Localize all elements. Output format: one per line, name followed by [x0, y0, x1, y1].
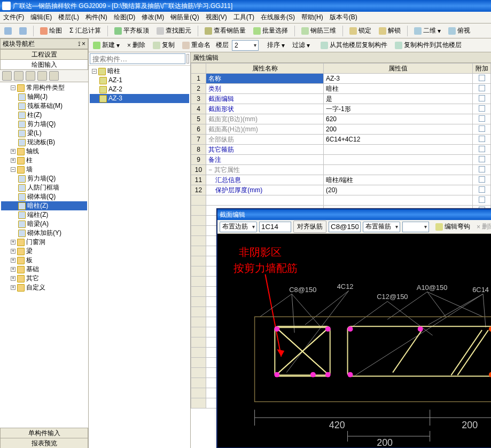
- search-icon[interactable]: [186, 54, 189, 64]
- tree-item[interactable]: 暗柱(Z): [1, 201, 87, 210]
- attach-checkbox[interactable]: [479, 115, 485, 122]
- tree-item[interactable]: 剪力墙(Q): [1, 120, 87, 129]
- tab-project-settings[interactable]: 工程设置: [0, 49, 88, 60]
- align-rebar-button[interactable]: 对齐纵筋: [293, 221, 326, 233]
- edge-rebar-button[interactable]: 布置边筋: [220, 222, 257, 232]
- tree-item[interactable]: +基础: [1, 265, 87, 274]
- property-row[interactable]: 6截面高(H边)(mm)200: [191, 124, 491, 135]
- nav-icon-1[interactable]: [2, 71, 12, 81]
- tree-item[interactable]: 暗梁(A): [1, 219, 87, 229]
- tab-draw-input[interactable]: 绘图输入: [0, 59, 88, 70]
- component-tree[interactable]: −暗柱AZ-1AZ-2AZ-3: [89, 66, 190, 448]
- tree-item[interactable]: 筏板基础(M): [1, 101, 87, 111]
- redo-button[interactable]: [17, 26, 29, 36]
- attach-checkbox[interactable]: [479, 156, 485, 162]
- copy-from-floor-button[interactable]: 从其他楼层复制构件: [318, 40, 389, 51]
- component-toolbar[interactable]: 新建 ▾ × 删除 复制 重命名 楼层 2 排序 ▾ 过滤 ▾ 从其他楼层复制构…: [89, 38, 491, 52]
- tree-item[interactable]: 剪力墙(Q): [1, 174, 87, 183]
- section-editor-window[interactable]: 截面编辑 布置边筋 对齐纵筋 布置箍筋 编辑弯钩 × 删除 标注 ⬚ 非阴影区 …: [216, 208, 491, 448]
- section-canvas[interactable]: 非阴影区 按剪力墙配筋: [217, 234, 491, 447]
- sum-calc-button[interactable]: Σ 汇总计算: [67, 25, 103, 36]
- tree-item[interactable]: 砌体加筋(Y): [1, 229, 87, 238]
- tree-item[interactable]: −常用构件类型: [1, 83, 87, 92]
- unlock-button[interactable]: 解锁: [377, 25, 403, 36]
- tree-item[interactable]: +板: [1, 256, 87, 265]
- attach-checkbox[interactable]: [479, 85, 485, 91]
- tree-item[interactable]: AZ-1: [90, 76, 189, 85]
- tree-item[interactable]: 现浇板(B): [1, 138, 87, 147]
- tree-item[interactable]: 端柱(Z): [1, 210, 87, 219]
- main-toolbar[interactable]: 绘图 Σ 汇总计算 平齐板顶 查找图元 查看钢筋量 批量选择 钢筋三维 锁定 解…: [0, 23, 491, 38]
- view-rebar-button[interactable]: 查看钢筋量: [202, 25, 248, 36]
- drawing-button[interactable]: 绘图: [38, 25, 64, 36]
- batch-select-button[interactable]: 批量选择: [251, 25, 290, 36]
- view-2d-button[interactable]: 二维 ▾: [412, 25, 443, 36]
- property-row[interactable]: 3截面编辑是: [191, 94, 491, 104]
- property-row[interactable]: 4截面形状一字-1形: [191, 104, 491, 114]
- rebar-3d-button[interactable]: 钢筋三维: [299, 25, 338, 36]
- attach-checkbox[interactable]: [479, 105, 485, 112]
- nav-icon-3[interactable]: [26, 71, 35, 81]
- attach-checkbox[interactable]: [479, 166, 485, 172]
- search-input[interactable]: [90, 53, 185, 64]
- edge-rebar-input[interactable]: [259, 222, 291, 232]
- menu-item[interactable]: 工具(T): [233, 13, 254, 22]
- rename-button[interactable]: 重命名: [180, 40, 213, 51]
- tree-item[interactable]: +门窗洞: [1, 238, 87, 247]
- tree-item[interactable]: 柱(Z): [1, 111, 87, 120]
- tree-item[interactable]: +轴线: [1, 147, 87, 156]
- property-row[interactable]: 10−其它属性: [191, 165, 491, 175]
- attach-checkbox[interactable]: [479, 176, 485, 183]
- attach-checkbox[interactable]: [479, 125, 485, 132]
- property-row[interactable]: 2类别暗柱: [191, 84, 491, 94]
- edit-hook-button[interactable]: 编辑弯钩: [433, 221, 472, 232]
- tree-item[interactable]: 砌体墙(Q): [1, 192, 87, 201]
- section-editor-title[interactable]: 截面编辑: [217, 209, 491, 220]
- undo-button[interactable]: [2, 26, 14, 36]
- tree-item[interactable]: 梁(L): [1, 129, 87, 138]
- tree-item[interactable]: AZ-2: [90, 85, 189, 94]
- property-row[interactable]: 8其它箍筋: [191, 145, 491, 155]
- delete-button[interactable]: × 删除: [125, 40, 147, 51]
- tree-item[interactable]: −墙: [1, 165, 87, 174]
- menu-bar[interactable]: 文件(F)编辑(E)楼层(L)构件(N)绘图(D)修改(M)钢筋量(Q)视图(V…: [0, 12, 491, 23]
- property-row[interactable]: 12 保护层厚度(mm)(20): [191, 185, 491, 195]
- attach-checkbox[interactable]: [479, 197, 485, 203]
- section-toolbar[interactable]: 布置边筋 对齐纵筋 布置箍筋 编辑弯钩 × 删除 标注 ⬚: [217, 220, 491, 234]
- property-row-empty[interactable]: [191, 195, 491, 206]
- sec-delete-button[interactable]: × 删除: [474, 221, 491, 232]
- tree-item[interactable]: AZ-3: [90, 94, 189, 103]
- menu-item[interactable]: 构件(N): [85, 13, 107, 22]
- property-row[interactable]: 9备注: [191, 155, 491, 165]
- tree-item[interactable]: +梁: [1, 247, 87, 256]
- tab-single-component[interactable]: 单构件输入: [0, 428, 88, 438]
- nav-icon-5[interactable]: [49, 71, 59, 81]
- menu-item[interactable]: 帮助(H): [301, 13, 323, 22]
- filter-button[interactable]: 过滤 ▾: [290, 40, 312, 51]
- copy-to-floor-button[interactable]: 复制构件到其他楼层: [393, 40, 464, 51]
- floor-select[interactable]: 2: [232, 40, 259, 51]
- property-row[interactable]: 5截面宽(B边)(mm)620: [191, 114, 491, 124]
- flat-roof-button[interactable]: 平齐板顶: [112, 25, 151, 36]
- attach-checkbox[interactable]: [479, 186, 485, 193]
- bird-view-button[interactable]: 俯视: [446, 25, 472, 36]
- tree-item[interactable]: +其它: [1, 274, 87, 283]
- property-row[interactable]: 1名称AZ-3: [191, 74, 491, 84]
- property-row[interactable]: 11 汇总信息暗柱/端柱: [191, 175, 491, 185]
- property-row[interactable]: 7全部纵筋6C14+4C12: [191, 135, 491, 145]
- tree-item[interactable]: +柱: [1, 156, 87, 165]
- attach-checkbox[interactable]: [479, 146, 485, 152]
- nav-icon-2[interactable]: [14, 71, 24, 81]
- dock-pin-icon[interactable]: ⟟ ×: [78, 40, 85, 48]
- menu-item[interactable]: 视图(V): [206, 13, 227, 22]
- hoop-rebar-button[interactable]: 布置箍筋: [363, 222, 400, 232]
- tree-item[interactable]: 人防门框墙: [1, 183, 87, 192]
- tree-item[interactable]: +自定义: [1, 283, 87, 292]
- find-group-button[interactable]: 查找图元: [154, 25, 193, 36]
- nav-icon-4[interactable]: [37, 71, 47, 81]
- attach-checkbox[interactable]: [479, 75, 485, 81]
- menu-item[interactable]: 版本号(B): [330, 13, 357, 22]
- lock-button[interactable]: 锁定: [347, 25, 373, 36]
- attach-checkbox[interactable]: [479, 136, 485, 142]
- align-rebar-input[interactable]: [329, 222, 361, 232]
